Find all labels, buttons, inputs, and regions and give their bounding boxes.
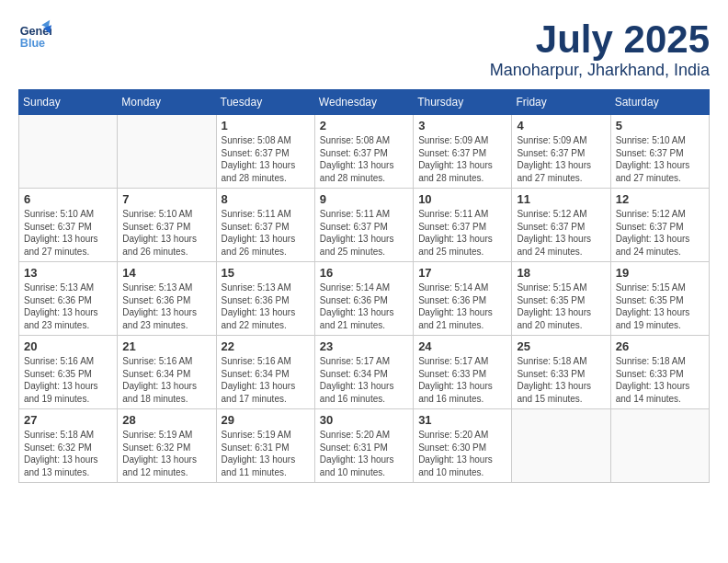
day-number: 7 <box>122 192 210 206</box>
day-number: 22 <box>222 339 310 353</box>
calendar-cell <box>610 409 709 483</box>
day-info: Sunrise: 5:10 AMSunset: 6:37 PMDaylight:… <box>24 208 112 258</box>
calendar-cell: 14Sunrise: 5:13 AMSunset: 6:36 PMDayligh… <box>118 262 216 336</box>
day-info: Sunrise: 5:08 AMSunset: 6:37 PMDaylight:… <box>222 134 310 184</box>
day-info: Sunrise: 5:13 AMSunset: 6:36 PMDaylight:… <box>222 282 310 331</box>
day-info: Sunrise: 5:15 AMSunset: 6:35 PMDaylight:… <box>616 282 704 331</box>
day-number: 23 <box>320 339 408 353</box>
day-number: 6 <box>24 192 112 206</box>
day-number: 26 <box>616 339 704 353</box>
calendar-cell <box>118 115 216 189</box>
day-info: Sunrise: 5:12 AMSunset: 6:37 PMDaylight:… <box>616 208 704 258</box>
day-info: Sunrise: 5:11 AMSunset: 6:37 PMDaylight:… <box>320 208 408 258</box>
day-number: 17 <box>418 266 506 280</box>
day-info: Sunrise: 5:13 AMSunset: 6:36 PMDaylight:… <box>24 282 112 331</box>
day-number: 15 <box>222 266 310 280</box>
day-number: 20 <box>24 339 112 353</box>
month-title: July 2025 <box>490 18 710 61</box>
day-number: 3 <box>418 119 506 132</box>
day-info: Sunrise: 5:17 AMSunset: 6:33 PMDaylight:… <box>418 355 506 405</box>
calendar-cell: 26Sunrise: 5:18 AMSunset: 6:33 PMDayligh… <box>610 336 709 409</box>
calendar-cell <box>19 115 118 189</box>
calendar-cell: 9Sunrise: 5:11 AMSunset: 6:37 PMDaylight… <box>314 189 413 262</box>
calendar-cell: 28Sunrise: 5:19 AMSunset: 6:32 PMDayligh… <box>118 409 216 483</box>
page-header: General Blue July 2025 Manoharpur, Jhark… <box>18 18 710 80</box>
day-number: 25 <box>517 339 605 353</box>
day-info: Sunrise: 5:10 AMSunset: 6:37 PMDaylight:… <box>616 134 704 184</box>
day-number: 31 <box>418 413 506 427</box>
day-number: 4 <box>517 119 605 132</box>
calendar-cell: 4Sunrise: 5:09 AMSunset: 6:37 PMDaylight… <box>512 115 610 189</box>
calendar-cell: 1Sunrise: 5:08 AMSunset: 6:37 PMDaylight… <box>216 115 314 189</box>
calendar-cell: 29Sunrise: 5:19 AMSunset: 6:31 PMDayligh… <box>216 409 314 483</box>
day-info: Sunrise: 5:13 AMSunset: 6:36 PMDaylight:… <box>122 282 210 331</box>
calendar-cell: 25Sunrise: 5:18 AMSunset: 6:33 PMDayligh… <box>512 336 610 409</box>
calendar-cell: 18Sunrise: 5:15 AMSunset: 6:35 PMDayligh… <box>512 262 610 336</box>
day-info: Sunrise: 5:10 AMSunset: 6:37 PMDaylight:… <box>122 208 210 258</box>
svg-text:Blue: Blue <box>20 37 45 50</box>
calendar-cell: 8Sunrise: 5:11 AMSunset: 6:37 PMDaylight… <box>216 189 314 262</box>
calendar-cell: 27Sunrise: 5:18 AMSunset: 6:32 PMDayligh… <box>19 409 118 483</box>
calendar-cell: 30Sunrise: 5:20 AMSunset: 6:31 PMDayligh… <box>314 409 413 483</box>
day-info: Sunrise: 5:18 AMSunset: 6:32 PMDaylight:… <box>24 429 112 478</box>
day-info: Sunrise: 5:19 AMSunset: 6:32 PMDaylight:… <box>122 429 210 478</box>
day-number: 28 <box>122 413 210 427</box>
day-info: Sunrise: 5:16 AMSunset: 6:34 PMDaylight:… <box>222 355 310 405</box>
calendar-cell <box>512 409 610 483</box>
weekday-header-row: SundayMondayTuesdayWednesdayThursdayFrid… <box>19 90 710 115</box>
calendar-cell: 31Sunrise: 5:20 AMSunset: 6:30 PMDayligh… <box>414 409 512 483</box>
calendar-cell: 24Sunrise: 5:17 AMSunset: 6:33 PMDayligh… <box>414 336 512 409</box>
day-info: Sunrise: 5:16 AMSunset: 6:34 PMDaylight:… <box>122 355 210 405</box>
calendar-cell: 7Sunrise: 5:10 AMSunset: 6:37 PMDaylight… <box>118 189 216 262</box>
day-number: 21 <box>122 339 210 353</box>
calendar-cell: 23Sunrise: 5:17 AMSunset: 6:34 PMDayligh… <box>314 336 413 409</box>
day-info: Sunrise: 5:12 AMSunset: 6:37 PMDaylight:… <box>517 208 605 258</box>
week-row-2: 6Sunrise: 5:10 AMSunset: 6:37 PMDaylight… <box>19 189 710 262</box>
calendar-cell: 11Sunrise: 5:12 AMSunset: 6:37 PMDayligh… <box>512 189 610 262</box>
day-number: 27 <box>24 413 112 427</box>
day-number: 13 <box>24 266 112 280</box>
day-number: 2 <box>320 119 408 132</box>
day-number: 9 <box>320 192 408 206</box>
title-area: July 2025 Manoharpur, Jharkhand, India <box>490 18 710 80</box>
day-info: Sunrise: 5:17 AMSunset: 6:34 PMDaylight:… <box>320 355 408 405</box>
calendar-cell: 6Sunrise: 5:10 AMSunset: 6:37 PMDaylight… <box>19 189 118 262</box>
day-info: Sunrise: 5:18 AMSunset: 6:33 PMDaylight:… <box>517 355 605 405</box>
day-info: Sunrise: 5:11 AMSunset: 6:37 PMDaylight:… <box>222 208 310 258</box>
day-number: 24 <box>418 339 506 353</box>
day-number: 30 <box>320 413 408 427</box>
calendar-cell: 22Sunrise: 5:16 AMSunset: 6:34 PMDayligh… <box>216 336 314 409</box>
day-number: 18 <box>517 266 605 280</box>
day-number: 19 <box>616 266 704 280</box>
day-info: Sunrise: 5:14 AMSunset: 6:36 PMDaylight:… <box>320 282 408 331</box>
day-info: Sunrise: 5:16 AMSunset: 6:35 PMDaylight:… <box>24 355 112 405</box>
week-row-4: 20Sunrise: 5:16 AMSunset: 6:35 PMDayligh… <box>19 336 710 409</box>
day-info: Sunrise: 5:09 AMSunset: 6:37 PMDaylight:… <box>418 134 506 184</box>
weekday-header-wednesday: Wednesday <box>314 90 413 115</box>
day-info: Sunrise: 5:14 AMSunset: 6:36 PMDaylight:… <box>418 282 506 331</box>
weekday-header-monday: Monday <box>118 90 216 115</box>
location-title: Manoharpur, Jharkhand, India <box>490 61 710 80</box>
day-number: 10 <box>418 192 506 206</box>
weekday-header-friday: Friday <box>512 90 610 115</box>
day-info: Sunrise: 5:15 AMSunset: 6:35 PMDaylight:… <box>517 282 605 331</box>
weekday-header-sunday: Sunday <box>19 90 118 115</box>
logo: General Blue <box>18 18 51 52</box>
calendar-cell: 3Sunrise: 5:09 AMSunset: 6:37 PMDaylight… <box>414 115 512 189</box>
day-number: 16 <box>320 266 408 280</box>
calendar-cell: 2Sunrise: 5:08 AMSunset: 6:37 PMDaylight… <box>314 115 413 189</box>
day-info: Sunrise: 5:09 AMSunset: 6:37 PMDaylight:… <box>517 134 605 184</box>
week-row-5: 27Sunrise: 5:18 AMSunset: 6:32 PMDayligh… <box>19 409 710 483</box>
day-info: Sunrise: 5:20 AMSunset: 6:31 PMDaylight:… <box>320 429 408 478</box>
calendar-cell: 19Sunrise: 5:15 AMSunset: 6:35 PMDayligh… <box>610 262 709 336</box>
calendar-cell: 17Sunrise: 5:14 AMSunset: 6:36 PMDayligh… <box>414 262 512 336</box>
calendar-table: SundayMondayTuesdayWednesdayThursdayFrid… <box>18 89 710 483</box>
day-number: 14 <box>122 266 210 280</box>
day-info: Sunrise: 5:11 AMSunset: 6:37 PMDaylight:… <box>418 208 506 258</box>
calendar-cell: 15Sunrise: 5:13 AMSunset: 6:36 PMDayligh… <box>216 262 314 336</box>
logo-icon: General Blue <box>18 18 51 52</box>
day-number: 11 <box>517 192 605 206</box>
day-number: 1 <box>222 119 310 132</box>
weekday-header-saturday: Saturday <box>610 90 709 115</box>
calendar-cell: 20Sunrise: 5:16 AMSunset: 6:35 PMDayligh… <box>19 336 118 409</box>
